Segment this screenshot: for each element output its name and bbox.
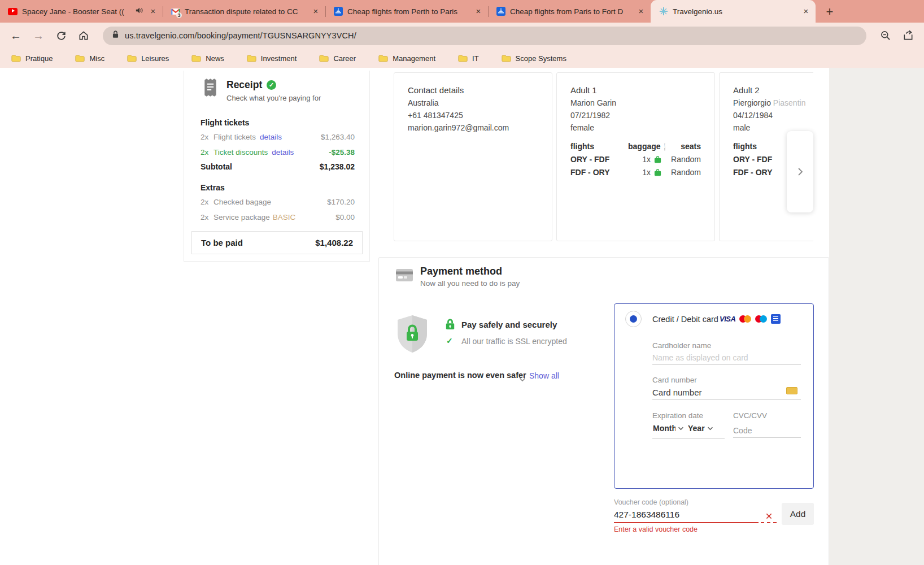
receipt-check-icon: ✓ — [267, 80, 276, 90]
bookmark-folder-leisures[interactable]: Leisures — [127, 54, 169, 63]
row-amount: $170.20 — [327, 198, 355, 206]
details-link[interactable]: details — [272, 148, 294, 157]
payment-method-panel: Payment method Now all you need to do is… — [378, 257, 829, 565]
bookmark-folder-scope-systems[interactable]: Scope Systems — [502, 54, 566, 63]
folder-icon — [319, 55, 329, 62]
voucher-error-message: Enter a valid voucher code — [614, 525, 698, 533]
tab-close-icon[interactable]: × — [311, 6, 321, 16]
folder-icon — [127, 55, 137, 62]
voucher-code-input[interactable] — [614, 507, 759, 523]
cardholder-name-input[interactable] — [652, 351, 801, 365]
flight-site-icon — [333, 7, 343, 16]
browser-tab-bar: Spacey Jane - Booster Seat (( × 3 Transa… — [0, 0, 924, 23]
mastercard-logo — [739, 315, 751, 323]
gmail-unread-badge: 3 — [176, 12, 182, 18]
new-tab-button[interactable]: + — [821, 3, 838, 20]
receipt-subtitle: Check what you're paying for — [226, 94, 321, 102]
show-all-link[interactable]: Show all — [529, 371, 559, 380]
baggage-info-icon[interactable]: i — [664, 143, 666, 151]
bookmark-folder-management[interactable]: Management — [378, 54, 435, 63]
card-brand-logos: VISA — [720, 314, 781, 324]
tab-travelgenio-active[interactable]: Travelgenio.us × — [651, 0, 816, 23]
details-link[interactable]: details — [260, 133, 282, 141]
address-bar[interactable]: us.travelgenio.com/booking/payment/TGUSN… — [103, 27, 866, 45]
ssl-encrypted-text: All our traffic is SSL encrypted — [461, 337, 567, 346]
total-to-be-paid: To be paid $1,408.22 — [191, 231, 363, 254]
tab-flights-perth-paris[interactable]: Cheap flights from Perth to Paris × — [325, 0, 488, 23]
receipt-title: Receipt ✓ — [226, 79, 276, 91]
bookmark-folder-it[interactable]: IT — [458, 54, 479, 63]
page-content: Receipt ✓ Check what you're paying for F… — [0, 68, 924, 565]
row-amount: -$25.38 — [329, 148, 355, 157]
tab-flights-paris-fort[interactable]: Cheap flights from Paris to Fort D × — [488, 0, 651, 23]
card-number-input[interactable] — [652, 385, 801, 400]
pay-safely-title: Pay safely and securely — [461, 320, 557, 329]
cvc-input[interactable] — [733, 423, 801, 438]
service-package-tier-badge: BASIC — [273, 213, 296, 221]
receipt-row-ticket-discounts: 2x Ticket discounts details -$25.38 — [201, 148, 355, 157]
folder-icon — [502, 55, 511, 62]
receipt-section-extras: Extras — [201, 183, 225, 192]
folder-icon — [11, 55, 21, 62]
tab-close-icon[interactable]: × — [148, 6, 158, 16]
reload-icon[interactable] — [54, 29, 68, 42]
tab-close-icon[interactable]: × — [473, 6, 483, 16]
browser-toolbar: ← → us.travelgenio.com/booking/payment/T… — [0, 23, 924, 49]
tab-audio-icon[interactable] — [136, 6, 143, 16]
cvc-label: CVC/CVV — [733, 411, 767, 420]
expiration-year-select[interactable]: Year — [688, 424, 713, 433]
total-amount: $1,408.22 — [315, 238, 353, 247]
forward-icon[interactable]: → — [32, 29, 45, 42]
tab-gmail[interactable]: 3 Transaction dispute related to CC × — [163, 0, 325, 23]
youtube-icon — [8, 7, 18, 16]
tab-close-icon[interactable]: × — [801, 6, 811, 16]
card-number-label: Card number — [652, 376, 697, 384]
baggage-icon — [653, 155, 662, 164]
voucher-clear-icon[interactable] — [761, 510, 777, 523]
back-icon[interactable]: ← — [9, 29, 23, 42]
chevron-right-icon — [797, 167, 803, 176]
row-amount: $1,263.40 — [321, 133, 355, 141]
contact-country: Australia — [408, 97, 538, 109]
baggage-icon — [653, 168, 662, 177]
voucher-add-button[interactable]: Add — [782, 503, 814, 525]
security-shield-icon — [394, 314, 430, 356]
passenger-name: Piergiorgio Piasentin — [733, 97, 813, 109]
tab-title: Cheap flights from Paris to Fort D — [510, 7, 631, 16]
bookmark-folder-pratique[interactable]: Pratique — [11, 54, 53, 63]
passenger-dob: 04/12/1984 — [733, 109, 813, 121]
bookmark-folder-news[interactable]: News — [191, 54, 224, 63]
credit-card-radio[interactable] — [625, 311, 642, 327]
tab-youtube[interactable]: Spacey Jane - Booster Seat (( × — [0, 0, 163, 23]
row-amount: $0.00 — [335, 213, 355, 221]
tab-title: Cheap flights from Perth to Paris — [347, 7, 469, 16]
receipt-section-flight-tickets: Flight tickets — [201, 118, 249, 127]
tab-title: Transaction dispute related to CC — [185, 7, 306, 16]
bookmark-folder-career[interactable]: Career — [319, 54, 356, 63]
receipt-panel: Receipt ✓ Check what you're paying for F… — [184, 71, 370, 262]
tab-title: Spacey Jane - Booster Seat (( — [22, 7, 131, 16]
folder-icon — [247, 55, 256, 62]
contact-email: marion.garin972@gmail.com — [408, 121, 538, 134]
visa-logo: VISA — [720, 315, 735, 323]
receipt-subtotal-row: Subtotal $1,238.02 — [201, 162, 355, 171]
tab-close-icon[interactable]: × — [636, 6, 646, 16]
contact-details-card: Contact details Australia +61 481347425 … — [394, 72, 552, 241]
next-passenger-button[interactable] — [787, 131, 813, 212]
zoom-out-icon[interactable] — [879, 29, 892, 42]
home-icon[interactable] — [77, 29, 90, 42]
share-icon[interactable] — [901, 29, 915, 42]
flight-row: ORY - FDF 1x Random — [570, 153, 701, 166]
expiration-month-select[interactable]: Month — [653, 424, 687, 433]
card-type-icon — [786, 387, 797, 394]
receipt-icon — [203, 78, 217, 99]
bookmark-folder-investment[interactable]: Investment — [247, 54, 297, 63]
bookmark-folder-misc[interactable]: Misc — [75, 54, 104, 63]
cardholder-name-label: Cardholder name — [652, 341, 711, 350]
receipt-row-service-package: 2x Service package BASIC $0.00 — [201, 213, 355, 221]
flight-site-icon — [496, 7, 505, 16]
receipt-row-flight-tickets: 2x Flight tickets details $1,263.40 — [201, 133, 355, 141]
ssl-check-icon: ✓ — [446, 336, 453, 345]
passenger-gender: female — [570, 121, 701, 134]
passenger-cards-row: Contact details Australia +61 481347425 … — [394, 72, 813, 242]
